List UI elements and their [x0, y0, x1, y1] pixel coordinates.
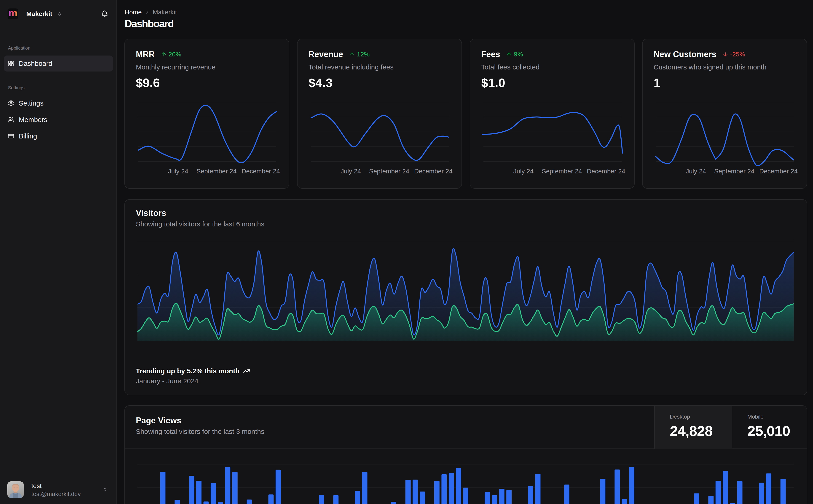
svg-text:September 24: September 24	[714, 168, 755, 175]
svg-text:December 24: December 24	[414, 168, 453, 175]
svg-text:December 24: December 24	[587, 168, 625, 175]
svg-text:July 24: July 24	[168, 168, 188, 175]
svg-text:September 24: September 24	[196, 168, 237, 175]
svg-text:September 24: September 24	[369, 168, 409, 175]
svg-text:July 24: July 24	[686, 168, 706, 175]
svg-text:December 24: December 24	[759, 168, 798, 175]
svg-text:December 24: December 24	[242, 168, 280, 175]
svg-text:September 24: September 24	[542, 168, 582, 175]
svg-text:July 24: July 24	[513, 168, 534, 175]
svg-text:July 24: July 24	[341, 168, 361, 175]
